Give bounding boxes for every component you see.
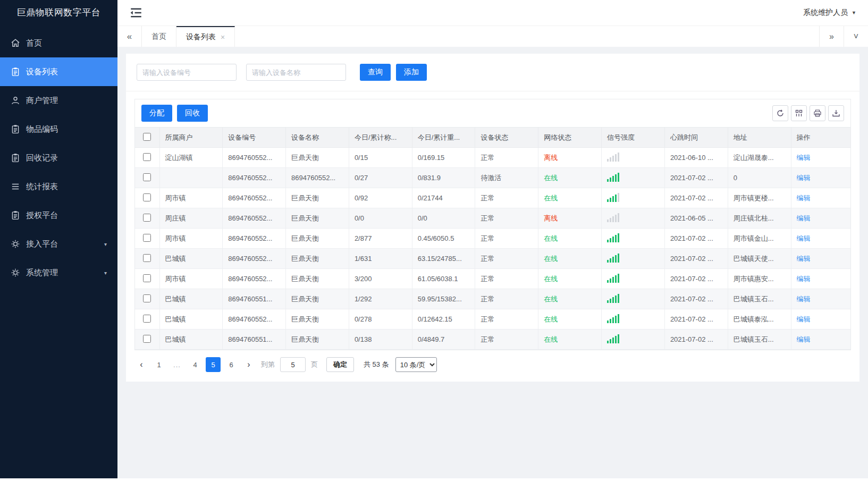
signal-bar bbox=[615, 235, 617, 242]
add-button[interactable]: 添加 bbox=[396, 64, 427, 81]
signal-bar bbox=[612, 317, 614, 323]
print-button[interactable] bbox=[810, 105, 825, 121]
assign-button[interactable]: 分配 bbox=[141, 105, 172, 122]
tab-scroll-right-icon[interactable]: » bbox=[819, 26, 844, 47]
user-menu[interactable]: 系统维护人员 ▼ bbox=[803, 8, 856, 18]
cell-signal bbox=[602, 148, 665, 168]
sidebar-item-home[interactable]: 首页 bbox=[0, 29, 117, 57]
page-number[interactable]: 1 bbox=[151, 357, 166, 372]
page-size-select[interactable]: 10 条/页 bbox=[395, 357, 437, 372]
sidebar-item-label: 首页 bbox=[26, 38, 42, 48]
sidebar-item-device-list[interactable]: 设备列表 bbox=[0, 57, 117, 86]
sidebar-item-access-platform[interactable]: 接入平台▾ bbox=[0, 230, 117, 258]
cell-address: 淀山湖晟泰... bbox=[728, 148, 791, 168]
cell-today_count: 0/92 bbox=[349, 188, 412, 208]
row-checkbox[interactable] bbox=[143, 153, 151, 161]
query-button[interactable]: 查询 bbox=[360, 64, 391, 81]
tab-scroll-left-icon[interactable]: « bbox=[117, 26, 142, 47]
row-checkbox[interactable] bbox=[143, 274, 151, 282]
edit-link[interactable]: 编辑 bbox=[797, 234, 811, 242]
edit-link[interactable]: 编辑 bbox=[797, 194, 811, 202]
row-checkbox[interactable] bbox=[143, 173, 151, 181]
table-row: 巴城镇8694760551...巨鼎天衡1/29259.95/15382...正… bbox=[135, 289, 850, 309]
goto-suffix: 页 bbox=[311, 360, 318, 369]
device-no-input[interactable] bbox=[137, 64, 237, 81]
sidebar-item-stats-report[interactable]: 统计报表 bbox=[0, 172, 117, 201]
header-checkbox-cell bbox=[135, 128, 159, 148]
edit-link[interactable]: 编辑 bbox=[797, 295, 811, 303]
device-name-input[interactable] bbox=[246, 64, 346, 81]
page-number[interactable]: 4 bbox=[188, 357, 203, 372]
row-checkbox[interactable] bbox=[143, 193, 151, 201]
signal-bar bbox=[612, 237, 614, 242]
signal-bar bbox=[607, 280, 609, 283]
cell-today_count: 0/278 bbox=[349, 309, 412, 330]
edit-link[interactable]: 编辑 bbox=[797, 174, 811, 182]
sidebar-item-label: 回收记录 bbox=[26, 153, 58, 163]
network-status-badge: 在线 bbox=[544, 194, 558, 202]
prev-page-icon[interactable]: ‹ bbox=[134, 357, 148, 372]
row-checkbox[interactable] bbox=[143, 294, 151, 302]
edit-link[interactable]: 编辑 bbox=[797, 255, 811, 263]
print-icon bbox=[813, 109, 822, 117]
row-checkbox[interactable] bbox=[143, 214, 151, 222]
goto-page-input[interactable] bbox=[280, 357, 306, 372]
tab-device-list[interactable]: 设备列表× bbox=[176, 26, 235, 47]
cell-action: 编辑 bbox=[791, 168, 850, 188]
close-icon[interactable]: × bbox=[221, 33, 225, 41]
cell-today_count: 0/0 bbox=[349, 208, 412, 229]
edit-link[interactable]: 编辑 bbox=[797, 154, 811, 162]
columns-button[interactable] bbox=[791, 105, 807, 121]
cell-device_status: 待激活 bbox=[475, 168, 538, 188]
select-all-checkbox[interactable] bbox=[143, 133, 151, 141]
signal-bars-icon bbox=[607, 213, 619, 222]
sidebar-collapse-icon[interactable] bbox=[129, 6, 143, 20]
row-checkbox[interactable] bbox=[143, 234, 151, 242]
sidebar-item-auth-platform[interactable]: 授权平台 bbox=[0, 201, 117, 230]
table-header-row: 所属商户设备编号设备名称今日/累计称...今日/累计重...设备状态网络状态信号… bbox=[135, 128, 850, 148]
cell-merchant: 淀山湖镇 bbox=[159, 148, 223, 168]
chevron-down-icon: ▾ bbox=[104, 241, 107, 247]
page-number[interactable]: 6 bbox=[224, 357, 239, 372]
signal-bars-icon bbox=[607, 253, 619, 263]
app-title: 巨鼎物联网数字平台 bbox=[0, 0, 117, 26]
row-checkbox[interactable] bbox=[143, 254, 151, 262]
tab-home[interactable]: 首页 bbox=[142, 26, 176, 47]
row-checkbox[interactable] bbox=[143, 335, 151, 343]
edit-link[interactable]: 编辑 bbox=[797, 275, 811, 283]
cell-action: 编辑 bbox=[791, 148, 850, 168]
topbar: 系统维护人员 ▼ bbox=[117, 0, 868, 26]
sidebar-item-item-code[interactable]: 物品编码 bbox=[0, 115, 117, 144]
export-button[interactable] bbox=[828, 105, 844, 121]
row-checkbox-cell bbox=[135, 269, 159, 289]
signal-bar bbox=[607, 240, 609, 242]
refresh-button[interactable] bbox=[772, 105, 788, 121]
signal-bar bbox=[610, 178, 611, 182]
edit-link[interactable]: 编辑 bbox=[797, 315, 811, 323]
edit-link[interactable]: 编辑 bbox=[797, 214, 811, 222]
next-page-icon[interactable]: › bbox=[242, 357, 256, 372]
tab-options-icon[interactable]: ˅ bbox=[844, 26, 868, 47]
cell-device_no: 8694760552... bbox=[223, 188, 286, 208]
search-bar: 查询 添加 bbox=[126, 54, 859, 91]
cell-merchant: 巴城镇 bbox=[159, 309, 223, 330]
signal-bar bbox=[607, 320, 609, 323]
confirm-button[interactable]: 确定 bbox=[326, 357, 354, 372]
edit-link[interactable]: 编辑 bbox=[797, 335, 811, 343]
page-number[interactable]: 5 bbox=[206, 357, 221, 372]
cell-network_status: 离线 bbox=[538, 208, 602, 229]
cell-device_no: 8694760551... bbox=[223, 330, 286, 350]
signal-bar bbox=[618, 254, 619, 263]
signal-bar bbox=[615, 275, 617, 283]
doc-icon bbox=[11, 210, 20, 220]
recycle-button[interactable]: 回收 bbox=[177, 105, 208, 122]
network-status-badge: 在线 bbox=[544, 315, 558, 323]
sidebar-item-merchant-mgmt[interactable]: 商户管理 bbox=[0, 86, 117, 115]
sidebar-item-system-mgmt[interactable]: 系统管理▾ bbox=[0, 258, 117, 287]
signal-bar bbox=[607, 341, 609, 343]
cell-today_weight: 0/4849.7 bbox=[412, 330, 475, 350]
sidebar-item-recycle-records[interactable]: 回收记录 bbox=[0, 144, 117, 172]
device-list-card: 查询 添加 分配 回收 所属商户设备编号设备名称今日/累计称...今日/累计重.… bbox=[126, 54, 859, 382]
signal-bars-icon bbox=[607, 293, 619, 303]
row-checkbox[interactable] bbox=[143, 315, 151, 323]
